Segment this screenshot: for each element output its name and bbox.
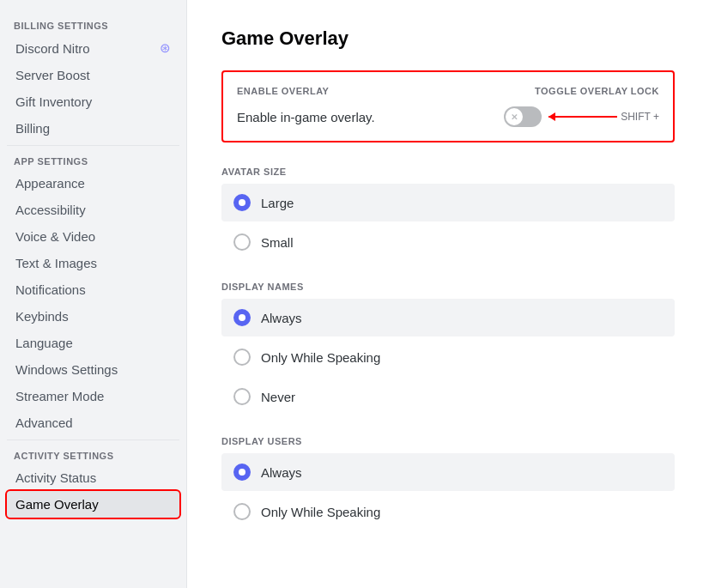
sidebar-item-windows-settings[interactable]: Windows Settings bbox=[7, 356, 179, 383]
display-names-always-label: Always bbox=[261, 311, 302, 325]
sidebar-item-label: Text & Images bbox=[15, 256, 97, 270]
display-names-always-option[interactable]: Always bbox=[221, 299, 675, 336]
sidebar-item-label: Notifications bbox=[15, 282, 86, 297]
sidebar-item-server-boost[interactable]: Server Boost bbox=[7, 62, 179, 88]
sidebar-item-label: Voice & Video bbox=[15, 229, 95, 244]
enable-overlay-label: ENABLE OVERLAY bbox=[237, 86, 329, 96]
sidebar-item-keybinds[interactable]: Keybinds bbox=[7, 303, 179, 330]
toggle-knob: ✕ bbox=[506, 108, 523, 125]
sidebar-item-billing[interactable]: Billing bbox=[7, 115, 179, 142]
sidebar-item-label: Streamer Mode bbox=[15, 389, 104, 403]
enable-overlay-toggle[interactable]: ✕ bbox=[504, 106, 542, 127]
shortcut-label: SHIFT + bbox=[621, 111, 659, 123]
sidebar-item-text-images[interactable]: Text & Images bbox=[7, 250, 179, 276]
display-users-section-label: DISPLAY USERS bbox=[221, 436, 675, 446]
sidebar-item-label: Appearance bbox=[15, 176, 85, 191]
sidebar-item-gift-inventory[interactable]: Gift Inventory bbox=[7, 88, 179, 115]
divider-app-activity bbox=[7, 439, 179, 440]
sidebar-item-discord-nitro[interactable]: Discord Nitro ⊛ bbox=[7, 34, 179, 62]
display-users-only-speaking-option[interactable]: Only While Speaking bbox=[221, 493, 675, 530]
main-content: Game Overlay ENABLE OVERLAY TOGGLE OVERL… bbox=[187, 0, 709, 588]
display-users-only-speaking-label: Only While Speaking bbox=[261, 505, 380, 519]
arrow-line bbox=[548, 116, 617, 118]
overlay-description: Enable in-game overlay. bbox=[237, 110, 375, 124]
display-names-always-radio bbox=[233, 309, 251, 326]
display-names-only-speaking-radio bbox=[233, 349, 251, 366]
sidebar: BILLING SETTINGS Discord Nitro ⊛ Server … bbox=[0, 0, 187, 588]
avatar-size-large-option[interactable]: Large bbox=[221, 184, 675, 221]
avatar-size-large-radio bbox=[233, 194, 251, 211]
arrow-annotation: SHIFT + bbox=[548, 111, 659, 123]
enable-overlay-box: ENABLE OVERLAY TOGGLE OVERLAY LOCK Enabl… bbox=[221, 70, 675, 142]
sidebar-item-accessibility[interactable]: Accessibility bbox=[7, 197, 179, 223]
display-users-always-option[interactable]: Always bbox=[221, 453, 675, 491]
sidebar-item-notifications[interactable]: Notifications bbox=[7, 276, 179, 303]
sidebar-item-label: Billing bbox=[15, 121, 50, 136]
display-names-section-label: DISPLAY NAMES bbox=[221, 282, 675, 292]
sidebar-item-label: Advanced bbox=[15, 415, 73, 430]
sidebar-item-activity-status[interactable]: Activity Status bbox=[7, 464, 179, 491]
display-names-never-radio bbox=[233, 388, 251, 405]
sidebar-item-voice-video[interactable]: Voice & Video bbox=[7, 223, 179, 250]
sidebar-item-label: Discord Nitro bbox=[15, 41, 90, 56]
toggle-row: ✕ SHIFT + bbox=[504, 106, 659, 127]
divider-billing-app bbox=[7, 145, 179, 146]
page-title: Game Overlay bbox=[221, 27, 675, 50]
sidebar-item-label: Language bbox=[15, 336, 73, 350]
sidebar-item-label: Gift Inventory bbox=[15, 94, 92, 109]
display-names-never-option[interactable]: Never bbox=[221, 378, 675, 415]
nitro-icon: ⊛ bbox=[160, 40, 171, 56]
display-names-never-label: Never bbox=[261, 390, 295, 404]
avatar-size-small-option[interactable]: Small bbox=[221, 223, 675, 261]
sidebar-item-streamer-mode[interactable]: Streamer Mode bbox=[7, 383, 179, 409]
toggle-overlay-lock-label: TOGGLE OVERLAY LOCK bbox=[535, 86, 659, 96]
avatar-size-small-label: Small bbox=[261, 235, 294, 250]
sidebar-item-language[interactable]: Language bbox=[7, 330, 179, 356]
sidebar-item-advanced[interactable]: Advanced bbox=[7, 409, 179, 436]
display-users-only-speaking-radio bbox=[233, 503, 251, 520]
billing-settings-section-label: BILLING SETTINGS bbox=[7, 14, 179, 34]
avatar-size-section-label: AVATAR SIZE bbox=[221, 167, 675, 177]
overlay-box-header: ENABLE OVERLAY TOGGLE OVERLAY LOCK bbox=[237, 86, 659, 96]
sidebar-item-game-overlay[interactable]: Game Overlay bbox=[7, 491, 179, 518]
activity-settings-section-label: ACTIVITY SETTINGS bbox=[7, 444, 179, 464]
sidebar-item-label: Game Overlay bbox=[15, 497, 99, 512]
sidebar-item-label: Activity Status bbox=[15, 470, 96, 485]
sidebar-item-label: Accessibility bbox=[15, 203, 86, 217]
sidebar-item-appearance[interactable]: Appearance bbox=[7, 170, 179, 197]
display-users-always-radio bbox=[233, 464, 251, 481]
avatar-size-large-label: Large bbox=[261, 196, 294, 210]
app-settings-section-label: APP SETTINGS bbox=[7, 149, 179, 170]
sidebar-item-label: Keybinds bbox=[15, 309, 69, 324]
display-names-only-speaking-option[interactable]: Only While Speaking bbox=[221, 338, 675, 376]
avatar-size-small-radio bbox=[233, 233, 251, 251]
sidebar-item-label: Server Boost bbox=[15, 68, 90, 82]
sidebar-item-label: Windows Settings bbox=[15, 362, 118, 377]
overlay-box-row: Enable in-game overlay. ✕ SHIFT + bbox=[237, 106, 659, 127]
toggle-x-icon: ✕ bbox=[511, 112, 518, 122]
display-users-always-label: Always bbox=[261, 465, 302, 480]
display-names-only-speaking-label: Only While Speaking bbox=[261, 350, 380, 365]
